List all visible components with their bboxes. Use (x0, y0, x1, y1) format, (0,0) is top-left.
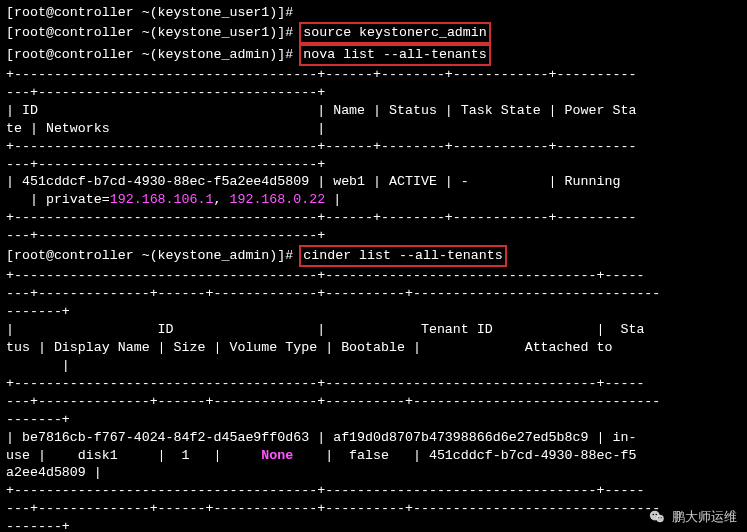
prompt-line-4: [root@controller ~(keystone_admin)]# cin… (6, 245, 741, 267)
wechat-icon (648, 508, 666, 526)
nova-sep: +--------------------------------------+… (6, 66, 741, 84)
shell-prompt[interactable]: [root@controller ~(keystone_admin)]# (6, 248, 301, 263)
cinder-sep: ---+--------------+------+-------------+… (6, 500, 741, 518)
cinder-sep: +--------------------------------------+… (6, 267, 741, 285)
text: use | disk1 | 1 | (6, 448, 261, 463)
shell-prompt[interactable]: [root@controller ~(keystone_user1)]# (6, 25, 301, 40)
command-cinder-highlight: cinder list --all-tenants (299, 245, 507, 267)
nova-row-networks: | private=192.168.106.1, 192.168.0.22 | (6, 191, 741, 209)
prompt-line-1: [root@controller ~(keystone_user1)]# (6, 4, 741, 22)
ip-address: 192.168.0.22 (229, 192, 325, 207)
nova-sep: ---+-----------------------------------+ (6, 84, 741, 102)
cinder-sep: ---+--------------+------+-------------+… (6, 393, 741, 411)
command-text: nova list --all-tenants (303, 47, 487, 62)
cinder-sep: -------+ (6, 411, 741, 429)
none-value: None (261, 448, 293, 463)
text: | false | 451cddcf-b7cd-4930-88ec-f5 (293, 448, 636, 463)
cinder-header: | (6, 357, 741, 375)
nova-header: | ID | Name | Status | Task State | Powe… (6, 102, 741, 120)
command-nova-highlight: nova list --all-tenants (299, 44, 491, 66)
watermark: 鹏大师运维 (648, 508, 737, 526)
cinder-sep: -------+ (6, 303, 741, 321)
watermark-text: 鹏大师运维 (672, 508, 737, 526)
cinder-sep: -------+ (6, 518, 741, 532)
nova-sep: +--------------------------------------+… (6, 138, 741, 156)
cinder-sep: +--------------------------------------+… (6, 375, 741, 393)
text: , (213, 192, 229, 207)
ip-address: 192.168.106.1 (110, 192, 214, 207)
text: | private= (6, 192, 110, 207)
cinder-header: tus | Display Name | Size | Volume Type … (6, 339, 741, 357)
svg-point-4 (658, 517, 659, 518)
svg-point-1 (656, 515, 664, 523)
cinder-row: a2ee4d5809 | (6, 464, 741, 482)
command-text: cinder list --all-tenants (303, 248, 503, 263)
nova-sep: ---+-----------------------------------+ (6, 227, 741, 245)
cinder-row: use | disk1 | 1 | None | false | 451cddc… (6, 447, 741, 465)
shell-prompt[interactable]: [root@controller ~(keystone_admin)]# (6, 47, 301, 62)
svg-point-3 (656, 514, 658, 516)
prompt-line-3: [root@controller ~(keystone_admin)]# nov… (6, 44, 741, 66)
shell-prompt[interactable]: [root@controller ~(keystone_user1)]# (6, 5, 301, 20)
nova-sep: +--------------------------------------+… (6, 209, 741, 227)
cinder-header: | ID | Tenant ID | Sta (6, 321, 741, 339)
text: | (325, 192, 341, 207)
svg-point-2 (653, 514, 655, 516)
cinder-row: | be7816cb-f767-4024-84f2-d45ae9ff0d63 |… (6, 429, 741, 447)
command-source-highlight: source keystonerc_admin (299, 22, 491, 44)
nova-sep: ---+-----------------------------------+ (6, 156, 741, 174)
nova-row: | 451cddcf-b7cd-4930-88ec-f5a2ee4d5809 |… (6, 173, 741, 191)
nova-header: te | Networks | (6, 120, 741, 138)
svg-point-5 (661, 517, 662, 518)
cinder-sep: ---+--------------+------+-------------+… (6, 285, 741, 303)
prompt-line-2: [root@controller ~(keystone_user1)]# sou… (6, 22, 741, 44)
cinder-sep: +--------------------------------------+… (6, 482, 741, 500)
command-text: source keystonerc_admin (303, 25, 487, 40)
